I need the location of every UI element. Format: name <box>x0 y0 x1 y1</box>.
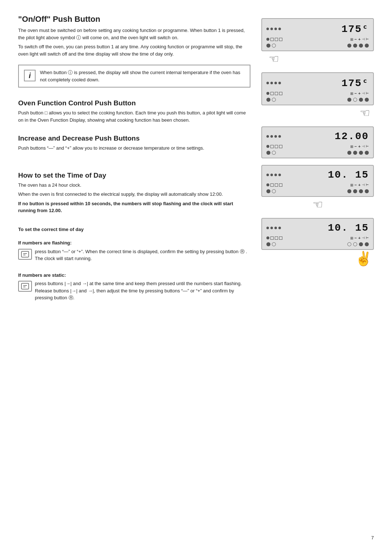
ctrl-icon2: ⊣ ⊢ <box>362 145 369 148</box>
ctrl-minus: − <box>355 144 357 149</box>
page-number: 7 <box>371 535 374 540</box>
note-badge-static <box>18 281 32 292</box>
section-heading-ovenfunction: Oven Function Control Push Button <box>18 99 250 107</box>
panel-2-circles-row <box>347 98 369 102</box>
panel-square <box>275 38 278 41</box>
panel-circle <box>365 44 369 48</box>
panel-square <box>275 92 278 95</box>
hand-icon-1: ☞ <box>269 52 279 66</box>
panel-dot <box>278 227 281 229</box>
panel-dot <box>266 183 269 186</box>
subsection-heading-flashing: If numbers are flashing: <box>18 239 250 247</box>
panel-dot <box>266 82 269 84</box>
panel-square <box>270 145 274 148</box>
panel-dot <box>274 28 277 30</box>
panel-3-circles-row <box>347 151 369 155</box>
panel-circle <box>359 189 363 193</box>
panel-circle <box>359 242 363 246</box>
hand-icon-4: ☞ <box>313 198 323 211</box>
ctrl-plus: + <box>358 183 360 187</box>
panel-5-top-row: 10. 15 <box>266 222 369 234</box>
ctrl-minus: − <box>355 236 357 240</box>
panel-circle <box>365 242 369 246</box>
panel-circle <box>353 98 357 102</box>
panel-square <box>270 92 274 95</box>
ovenfunction-para-1: Push button □ allows you to select the c… <box>18 109 250 123</box>
panel-5-display-text: 10. 15 <box>328 222 369 234</box>
panel-dot <box>270 28 273 30</box>
panel-3-display: 12.00 <box>283 131 369 142</box>
panel-4-circles-row <box>347 189 369 193</box>
panel-square <box>279 183 282 187</box>
ctrl-plus: + <box>358 236 360 240</box>
oven-panel-2: 175ᶜ ⊞ − <box>261 72 374 105</box>
ctrl-icon: ⊞ <box>350 236 353 240</box>
panel-circle <box>359 151 363 155</box>
subsection-heading-static: If numbers are static: <box>18 272 250 279</box>
panel-dot <box>270 174 273 176</box>
panel-square <box>275 145 278 148</box>
ctrl-minus: − <box>355 183 357 187</box>
panel-2-mid-row: ⊞ − + ⊣ ⊢ <box>266 91 369 96</box>
panel-circle <box>347 189 351 193</box>
panel-1-display-text: 175ᶜ <box>342 23 369 35</box>
panel-dot <box>274 82 277 84</box>
panel-1-mid-row: ⊞ − + ⊣ ⊢ <box>266 37 369 41</box>
hand-icon-2: ☜ <box>360 106 370 120</box>
hand-icon-5: ✌ <box>355 251 372 267</box>
panel-circle <box>347 242 351 246</box>
panel-dot <box>278 174 281 176</box>
panel-2-squares <box>270 92 282 95</box>
panel-circle-outline <box>272 189 276 193</box>
panel-square <box>270 183 274 187</box>
oven-panel-4: 10. 15 ⊞ − <box>261 165 374 197</box>
panel-4-display-text: 10. 15 <box>328 169 369 181</box>
panel-square <box>275 236 278 240</box>
svg-rect-0 <box>21 251 29 257</box>
panel-square <box>270 38 274 41</box>
panel-square <box>279 236 282 240</box>
ctrl-icon: ⊞ <box>350 37 353 41</box>
panel-dot <box>278 135 281 138</box>
panel-3-mid-left <box>266 145 282 148</box>
panel-1-mid-left <box>266 38 282 41</box>
ctrl-icon: ⊞ <box>350 183 353 187</box>
oven-panel-1: 175ᶜ ⊞ − <box>261 18 374 51</box>
panel-4-mid-row: ⊞ − + ⊣ ⊢ <box>266 183 369 187</box>
panel-5-squares <box>270 236 282 240</box>
note-badge-static-icon <box>21 283 29 290</box>
panel-1-bottom-row <box>266 44 369 48</box>
panel-circle <box>266 242 270 246</box>
panel-circle <box>353 242 357 246</box>
panel-4-mid-left <box>266 183 282 187</box>
right-column: 175ᶜ ⊞ − <box>261 15 374 306</box>
panel-2-controls: ⊞ − + ⊣ ⊢ <box>350 91 369 96</box>
panel-circle-outline <box>272 242 276 246</box>
panel-dot <box>274 135 277 138</box>
ctrl-icon2: ⊣ ⊢ <box>362 37 369 41</box>
note-badge-icon <box>21 251 29 258</box>
panel-square <box>279 38 282 41</box>
panel-circle <box>347 98 351 102</box>
panel-5-display: 10. 15 <box>283 222 369 234</box>
panel-dot <box>278 82 281 84</box>
oven-panel-3: 12.00 ⊞ − <box>261 126 374 158</box>
panel-3-top-row: 12.00 <box>266 131 369 142</box>
panel-circle <box>353 151 357 155</box>
ctrl-icon: ⊞ <box>350 145 353 149</box>
section-heading-incdec: Increase and Decrease Push Buttons <box>18 134 250 142</box>
panel-2-dots <box>266 82 281 84</box>
info-box: i When button ⓘ is pressed, the display … <box>18 65 250 88</box>
panel-4-display: 10. 15 <box>283 169 369 181</box>
panel-2-top-row: 175ᶜ <box>266 77 369 89</box>
panel-4-hand-container: ☞ <box>261 197 374 211</box>
panel-1-top-row: 175ᶜ <box>266 23 369 35</box>
panel-dot <box>278 28 281 30</box>
ctrl-minus: − <box>355 37 357 41</box>
ctrl-icon2: ⊣ ⊢ <box>362 92 369 95</box>
panel-3-bottom-row <box>266 151 369 155</box>
panel-square <box>270 236 274 240</box>
page-layout: "On/Off" Push Button The oven must be sw… <box>18 15 374 306</box>
panel-2-bottom-row <box>266 98 369 102</box>
panel-dot <box>266 236 269 239</box>
